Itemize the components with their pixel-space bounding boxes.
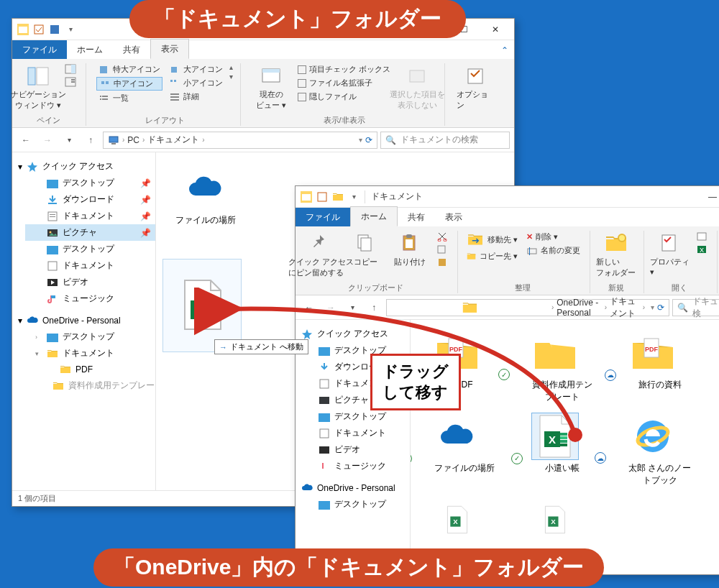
tree-item[interactable]: ミュージック (308, 458, 410, 474)
titlebar[interactable]: ▾ ドキュメント — ☐ (296, 186, 719, 208)
up-button[interactable]: ↑ (81, 131, 100, 150)
tab-home[interactable]: ホーム (67, 40, 113, 59)
recent-button[interactable]: ▾ (343, 298, 362, 317)
layout-list[interactable]: 一覧 (96, 92, 162, 104)
search-icon: 🔍 (385, 135, 396, 145)
tree-item[interactable]: ドキュメント (25, 257, 155, 274)
file-item-travel-folder[interactable]: PDF ☁旅行の資料 (613, 330, 692, 403)
refresh-icon[interactable]: ⟳ (365, 135, 372, 145)
search-input[interactable]: 🔍 ドキュメントの検 (672, 299, 719, 316)
layout-extra-large[interactable]: 特大アイコン (96, 63, 162, 75)
nav-pane-button[interactable]: ナビゲーション ウィンドウ ▾ (18, 63, 58, 112)
back-button[interactable]: ← (300, 298, 319, 317)
properties-button[interactable]: プロパティ ▾ (649, 231, 690, 278)
edit-button[interactable]: X (694, 244, 710, 255)
check-item-checkboxes[interactable]: 項目チェック ボックス (296, 63, 393, 75)
breadcrumb[interactable]: › OneDrive - Personal › ドキュメント › ▾ ⟳ (386, 299, 669, 316)
paste-shortcut-button[interactable] (434, 257, 450, 268)
file-item-excel[interactable]: X (516, 497, 595, 543)
svg-rect-18 (100, 66, 107, 73)
tree-item[interactable]: デスクトップ (308, 408, 410, 425)
pin-quick-access-button[interactable]: クイック アクセス にピン留めする (301, 231, 341, 280)
hide-selected-button[interactable]: 選択した項目を 表示しない (397, 63, 437, 112)
check-hidden-files[interactable]: 隠しファイル (296, 91, 393, 103)
layout-details[interactable]: 詳細 (167, 91, 225, 103)
delete-button[interactable]: ✕削除 ▾ (524, 231, 582, 243)
svg-rect-29 (170, 96, 179, 98)
tree-item[interactable]: ›デスクトップ (25, 329, 155, 345)
minimize-button[interactable]: — (697, 187, 719, 207)
file-item-notebook[interactable]: ☁太郎 さんのノー トブック (613, 413, 692, 487)
refresh-icon[interactable]: ⟳ (657, 303, 664, 313)
search-icon: 🔍 (677, 303, 688, 313)
tree-item[interactable]: ▾ドキュメント (25, 345, 155, 362)
tree-item[interactable]: ドキュメント (308, 425, 410, 441)
search-input[interactable]: 🔍 ドキュメントの検索 (380, 132, 510, 149)
qat-pin-icon[interactable] (33, 24, 45, 35)
file-item-kozukai-excel[interactable]: X ✓小遣い帳 (516, 413, 595, 487)
cut-button[interactable] (434, 231, 450, 242)
recent-button[interactable]: ▾ (60, 131, 78, 150)
tree-item[interactable]: ドキュメント📌 (25, 208, 155, 224)
chevron-down-icon[interactable]: ▾ (65, 24, 76, 35)
paste-button[interactable]: 貼り付け (390, 231, 430, 269)
qat-folder-icon[interactable] (332, 191, 344, 203)
layout-more-icon[interactable]: ▾ (229, 73, 233, 81)
file-item-location[interactable]: ✓ファイルの場所 (418, 413, 497, 487)
tab-view[interactable]: 表示 (150, 39, 189, 59)
forward-button[interactable]: → (38, 131, 57, 150)
details-pane-button[interactable] (63, 76, 78, 88)
up-button[interactable]: ↑ (365, 298, 383, 317)
move-to-button[interactable]: 移動先 ▾ (464, 231, 520, 249)
ribbon-help-button[interactable]: ⌃ (495, 42, 514, 59)
file-item-excel[interactable]: X (418, 497, 497, 543)
file-item-template-folder[interactable]: ✓資料作成用テン プレート (516, 330, 595, 403)
layout-large[interactable]: 大アイコン (167, 63, 225, 75)
tree-item[interactable]: 資料作成用テンプレート (38, 377, 155, 394)
tree-item[interactable]: デスクトップ (25, 241, 155, 257)
tab-file[interactable]: ファイル (12, 40, 67, 59)
layout-medium[interactable]: 中アイコン (96, 77, 162, 91)
tree-quick-access[interactable]: クイック アクセス (296, 326, 410, 342)
tab-share[interactable]: 共有 (113, 40, 150, 59)
tree-onedrive[interactable]: OneDrive - Personal (296, 480, 410, 496)
navigation-pane[interactable]: ▾ クイック アクセス デスクトップ📌 ダウンロード📌 ドキュメント📌 ピクチャ… (12, 152, 156, 490)
rename-button[interactable]: 名前の変更 (524, 244, 582, 257)
tab-file[interactable]: ファイル (296, 208, 350, 226)
tree-onedrive[interactable]: ▾ OneDrive - Personal (12, 313, 155, 329)
check-file-ext[interactable]: ファイル名拡張子 (296, 77, 393, 89)
tree-item-pictures[interactable]: ピクチャ📌 (25, 224, 155, 241)
copy-to-button[interactable]: コピー先 ▾ (464, 250, 520, 262)
qat-pin-icon[interactable] (316, 191, 328, 203)
tree-quick-access[interactable]: ▾ クイック アクセス (12, 158, 155, 175)
tree-item[interactable]: デスクトップ📌 (25, 175, 155, 191)
preview-pane-button[interactable] (63, 63, 78, 75)
forward-button[interactable]: → (321, 298, 340, 317)
tree-item[interactable]: ビデオ (308, 441, 410, 458)
options-button[interactable]: オプション (455, 63, 495, 112)
file-item-location[interactable]: ファイルの場所 (166, 165, 245, 226)
breadcrumb[interactable]: › PC › ドキュメント › ▾ ⟳ (103, 132, 377, 149)
tree-item[interactable]: デスクトップ (308, 496, 410, 513)
open-button[interactable] (694, 231, 710, 242)
copy-button[interactable]: コピー (345, 231, 385, 269)
copy-path-button[interactable] (434, 244, 450, 255)
tab-home[interactable]: ホーム (350, 206, 398, 226)
pin-icon: 📌 (140, 195, 151, 205)
tab-view[interactable]: 表示 (435, 208, 472, 226)
tab-share[interactable]: 共有 (398, 208, 435, 226)
qat-customize-icon[interactable] (49, 24, 60, 35)
chevron-down-icon[interactable]: ▾ (651, 303, 654, 311)
current-view-button[interactable]: 現在の ビュー ▾ (251, 63, 291, 112)
close-button[interactable]: ✕ (480, 19, 511, 40)
layout-small[interactable]: 小アイコン (167, 77, 225, 89)
new-folder-button[interactable]: 新しい フォルダー (596, 231, 636, 280)
back-button[interactable]: ← (17, 131, 35, 150)
tree-item[interactable]: ダウンロード📌 (25, 191, 155, 208)
chevron-down-icon[interactable]: ▾ (348, 191, 360, 203)
tree-item[interactable]: ビデオ (25, 274, 155, 290)
chevron-down-icon[interactable]: ▾ (359, 136, 362, 144)
tree-item[interactable]: PDF (38, 362, 155, 377)
tree-item[interactable]: ミュージック (25, 290, 155, 307)
layout-more-icon[interactable]: ▴ (229, 63, 233, 71)
